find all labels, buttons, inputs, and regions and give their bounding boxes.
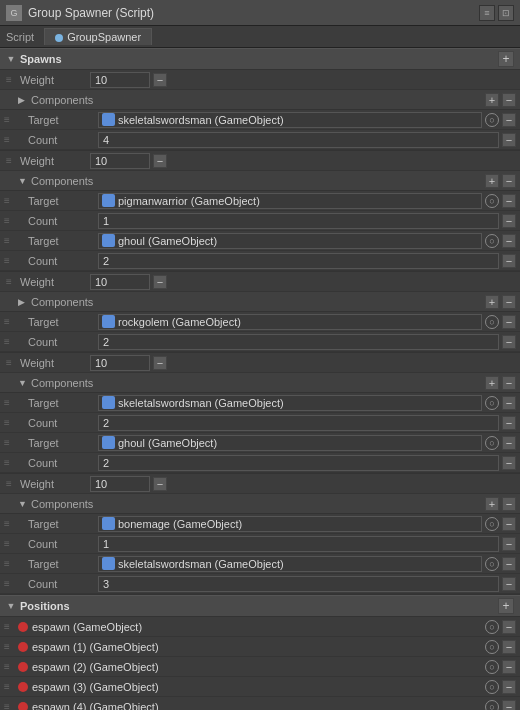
components-5-remove-btn[interactable]: − — [502, 497, 516, 511]
count-2-2-remove-btn[interactable]: − — [502, 254, 516, 268]
component-4-2-remove-btn[interactable]: − — [502, 436, 516, 450]
target-picker-3-1[interactable]: ○ — [485, 315, 499, 329]
spawn-group-3-remove-btn[interactable]: − — [153, 275, 167, 289]
drag-handle[interactable]: ≡ — [4, 437, 18, 448]
drag-handle[interactable]: ≡ — [4, 316, 18, 327]
weight-input-3[interactable] — [90, 274, 150, 290]
component-5-2-remove-btn[interactable]: − — [502, 557, 516, 571]
drag-handle[interactable]: ≡ — [4, 701, 18, 710]
target-picker-4-1[interactable]: ○ — [485, 396, 499, 410]
spawn-group-4-remove-btn[interactable]: − — [153, 356, 167, 370]
components-toggle-2[interactable]: ▼ — [18, 176, 28, 186]
components-toggle-1[interactable]: ▶ — [18, 95, 28, 105]
count-input-2-2[interactable] — [98, 253, 499, 269]
position-picker-0[interactable]: ○ — [485, 620, 499, 634]
weight-input-4[interactable] — [90, 355, 150, 371]
position-1-remove-btn[interactable]: − — [502, 640, 516, 654]
drag-handle[interactable]: ≡ — [4, 457, 18, 468]
count-2-1-remove-btn[interactable]: − — [502, 214, 516, 228]
spawns-toggle-icon[interactable]: ▼ — [6, 54, 16, 64]
component-2-2-remove-btn[interactable]: − — [502, 234, 516, 248]
components-2-remove-btn[interactable]: − — [502, 174, 516, 188]
target-picker-1-1[interactable]: ○ — [485, 113, 499, 127]
drag-handle[interactable]: ≡ — [6, 276, 20, 287]
drag-handle[interactable]: ≡ — [4, 681, 18, 692]
layout-icon-btn[interactable]: ⊡ — [498, 5, 514, 21]
spawns-add-button[interactable]: + — [498, 51, 514, 67]
weight-input-5[interactable] — [90, 476, 150, 492]
drag-handle[interactable]: ≡ — [4, 215, 18, 226]
count-input-2-1[interactable] — [98, 213, 499, 229]
weight-input-1[interactable] — [90, 72, 150, 88]
target-picker-5-2[interactable]: ○ — [485, 557, 499, 571]
position-picker-4[interactable]: ○ — [485, 700, 499, 711]
drag-handle[interactable]: ≡ — [4, 134, 18, 145]
drag-handle[interactable]: ≡ — [4, 661, 18, 672]
components-3-remove-btn[interactable]: − — [502, 295, 516, 309]
drag-handle[interactable]: ≡ — [4, 558, 18, 569]
component-1-1-remove-btn[interactable]: − — [502, 113, 516, 127]
position-picker-3[interactable]: ○ — [485, 680, 499, 694]
component-2-1-remove-btn[interactable]: − — [502, 194, 516, 208]
position-0-remove-btn[interactable]: − — [502, 620, 516, 634]
count-3-1-remove-btn[interactable]: − — [502, 335, 516, 349]
drag-handle[interactable]: ≡ — [4, 336, 18, 347]
position-2-remove-btn[interactable]: − — [502, 660, 516, 674]
count-input-3-1[interactable] — [98, 334, 499, 350]
target-picker-2-1[interactable]: ○ — [485, 194, 499, 208]
count-5-1-remove-btn[interactable]: − — [502, 537, 516, 551]
drag-handle[interactable]: ≡ — [6, 357, 20, 368]
drag-handle[interactable]: ≡ — [4, 195, 18, 206]
drag-handle[interactable]: ≡ — [6, 155, 20, 166]
component-4-1-remove-btn[interactable]: − — [502, 396, 516, 410]
drag-handle[interactable]: ≡ — [4, 641, 18, 652]
components-4-remove-btn[interactable]: − — [502, 376, 516, 390]
drag-handle[interactable]: ≡ — [4, 518, 18, 529]
components-2-add-btn[interactable]: + — [485, 174, 499, 188]
group-spawner-tab[interactable]: GroupSpawner — [44, 28, 152, 45]
count-input-1-1[interactable] — [98, 132, 499, 148]
components-toggle-3[interactable]: ▶ — [18, 297, 28, 307]
count-5-2-remove-btn[interactable]: − — [502, 577, 516, 591]
count-input-5-1[interactable] — [98, 536, 499, 552]
weight-input-2[interactable] — [90, 153, 150, 169]
position-picker-1[interactable]: ○ — [485, 640, 499, 654]
count-1-1-remove-btn[interactable]: − — [502, 133, 516, 147]
component-5-1-remove-btn[interactable]: − — [502, 517, 516, 531]
drag-handle[interactable]: ≡ — [4, 114, 18, 125]
count-input-4-1[interactable] — [98, 415, 499, 431]
count-input-4-2[interactable] — [98, 455, 499, 471]
component-3-1-remove-btn[interactable]: − — [502, 315, 516, 329]
position-3-remove-btn[interactable]: − — [502, 680, 516, 694]
count-4-2-remove-btn[interactable]: − — [502, 456, 516, 470]
components-4-add-btn[interactable]: + — [485, 376, 499, 390]
target-picker-2-2[interactable]: ○ — [485, 234, 499, 248]
target-picker-4-2[interactable]: ○ — [485, 436, 499, 450]
count-4-1-remove-btn[interactable]: − — [502, 416, 516, 430]
drag-handle[interactable]: ≡ — [4, 417, 18, 428]
drag-handle[interactable]: ≡ — [4, 621, 18, 632]
drag-handle[interactable]: ≡ — [6, 74, 20, 85]
spawn-group-5-remove-btn[interactable]: − — [153, 477, 167, 491]
components-toggle-4[interactable]: ▼ — [18, 378, 28, 388]
drag-handle[interactable]: ≡ — [6, 478, 20, 489]
positions-add-button[interactable]: + — [498, 598, 514, 614]
positions-toggle-icon[interactable]: ▼ — [6, 601, 16, 611]
position-picker-2[interactable]: ○ — [485, 660, 499, 674]
components-toggle-5[interactable]: ▼ — [18, 499, 28, 509]
drag-handle[interactable]: ≡ — [4, 538, 18, 549]
count-input-5-2[interactable] — [98, 576, 499, 592]
drag-handle[interactable]: ≡ — [4, 578, 18, 589]
target-picker-5-1[interactable]: ○ — [485, 517, 499, 531]
spawn-group-2-remove-btn[interactable]: − — [153, 154, 167, 168]
components-5-add-btn[interactable]: + — [485, 497, 499, 511]
drag-handle[interactable]: ≡ — [4, 235, 18, 246]
components-1-remove-btn[interactable]: − — [502, 93, 516, 107]
position-4-remove-btn[interactable]: − — [502, 700, 516, 711]
components-3-add-btn[interactable]: + — [485, 295, 499, 309]
spawn-group-1-remove-btn[interactable]: − — [153, 73, 167, 87]
drag-handle[interactable]: ≡ — [4, 397, 18, 408]
menu-icon-btn[interactable]: ≡ — [479, 5, 495, 21]
drag-handle[interactable]: ≡ — [4, 255, 18, 266]
components-1-add-btn[interactable]: + — [485, 93, 499, 107]
